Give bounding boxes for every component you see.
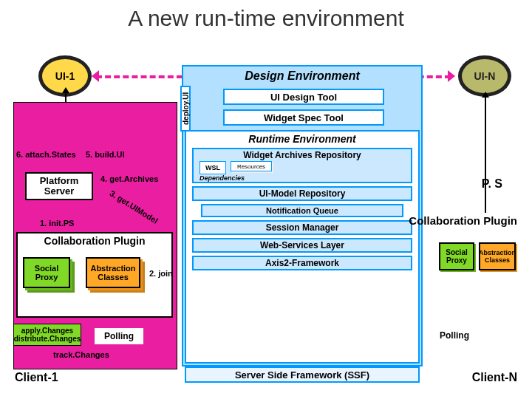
client-n-label: Client-N bbox=[472, 371, 517, 384]
server-side-framework-box: Server Side Framework (SSF) bbox=[185, 366, 420, 383]
social-proxy-n-box: Social Proxy bbox=[439, 242, 474, 270]
web-services-layer-box: Web-Services Layer bbox=[192, 238, 412, 253]
client-1-label: Client-1 bbox=[15, 371, 58, 384]
resources-box: Resources bbox=[231, 161, 272, 171]
runtime-environment-title: Runtime Environment bbox=[186, 132, 418, 146]
wsl-box: WSL bbox=[200, 161, 226, 174]
ui-design-tool-box: UI Design Tool bbox=[223, 89, 384, 105]
arrow-right-icon bbox=[448, 70, 455, 82]
step-attach-states: 6. attach.States bbox=[16, 150, 76, 159]
social-proxy-box: Social Proxy bbox=[23, 257, 70, 288]
collab-plugin-title: Collaboration Plugin bbox=[18, 233, 171, 248]
uimodel-repo-box: UI-Model Repository bbox=[192, 186, 412, 201]
step-build-ui: 5. build.UI bbox=[86, 150, 125, 159]
arrow-left-icon bbox=[92, 70, 99, 82]
runtime-environment-box: Runtime Environment Widget Archives Repo… bbox=[185, 130, 420, 364]
connector bbox=[65, 93, 66, 102]
design-environment-title: Design Environment bbox=[202, 69, 402, 83]
abstraction-classes-box: Abstraction Classes bbox=[86, 257, 140, 288]
polling-label-n: Polling bbox=[432, 328, 477, 343]
polling-label-1: Polling bbox=[95, 328, 143, 344]
connector-n bbox=[485, 98, 486, 213]
notification-queue-box: Notification Queue bbox=[201, 204, 403, 217]
abstraction-classes-n-box: Abstraction Classes bbox=[479, 242, 516, 270]
platform-server-box: Platform Server bbox=[25, 172, 93, 200]
step-join: 2. join bbox=[149, 269, 173, 278]
session-manager-box: Session Manager bbox=[192, 220, 412, 235]
arrow-up-icon bbox=[62, 87, 69, 93]
axis2-framework-box: Axis2-Framework bbox=[192, 256, 412, 270]
dependencies-label: Dependencies bbox=[200, 174, 411, 182]
architecture-diagram: UI-1 UI-N 6. attach.States 5. build.UI P… bbox=[0, 43, 532, 399]
step-init-ps: 1. init.PS bbox=[40, 219, 74, 228]
step-get-archives: 4. get.Archives bbox=[100, 174, 158, 183]
widget-archives-repo: Widget Archives Repository WSL Resources… bbox=[192, 148, 412, 183]
platform-server-n-label: P. S bbox=[482, 177, 502, 191]
apply-distribute-changes-box: apply.Changes distribute.Changes bbox=[13, 324, 81, 346]
collab-plugin-n-label: Collaboration Plugin bbox=[409, 214, 517, 227]
page-title: A new run-time environment bbox=[0, 0, 532, 34]
widget-archives-title: Widget Archives Repository bbox=[194, 149, 411, 161]
arrow-up-icon-n bbox=[482, 92, 489, 98]
deploy-ui-label: deploy.UI bbox=[180, 86, 191, 132]
ui-n-node: UI-N bbox=[458, 55, 511, 97]
client-n-box: Social Proxy Abstraction Classes bbox=[439, 242, 516, 316]
track-changes-label: track.Changes bbox=[53, 350, 109, 359]
widget-spec-tool-box: Widget Spec Tool bbox=[223, 109, 384, 126]
